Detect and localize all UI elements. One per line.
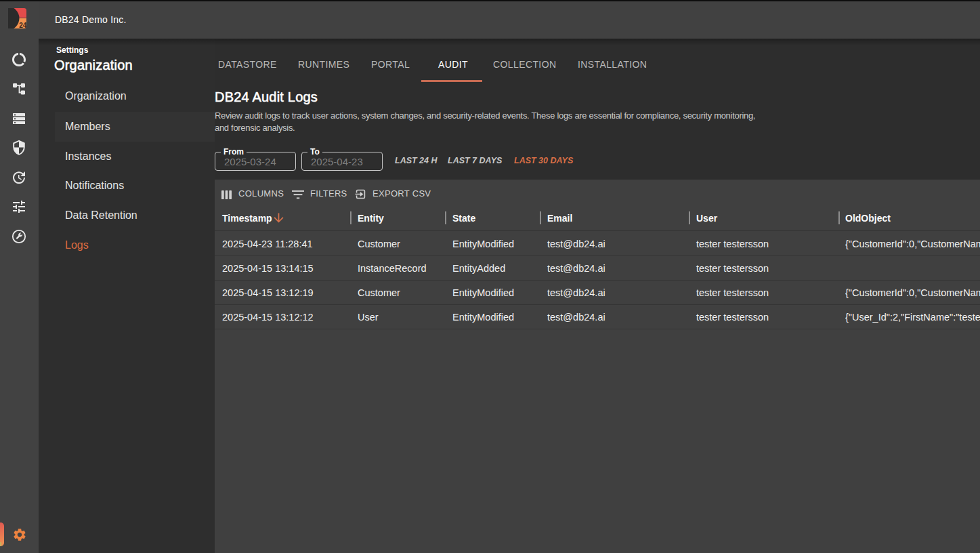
svg-text:24: 24 <box>19 22 26 28</box>
